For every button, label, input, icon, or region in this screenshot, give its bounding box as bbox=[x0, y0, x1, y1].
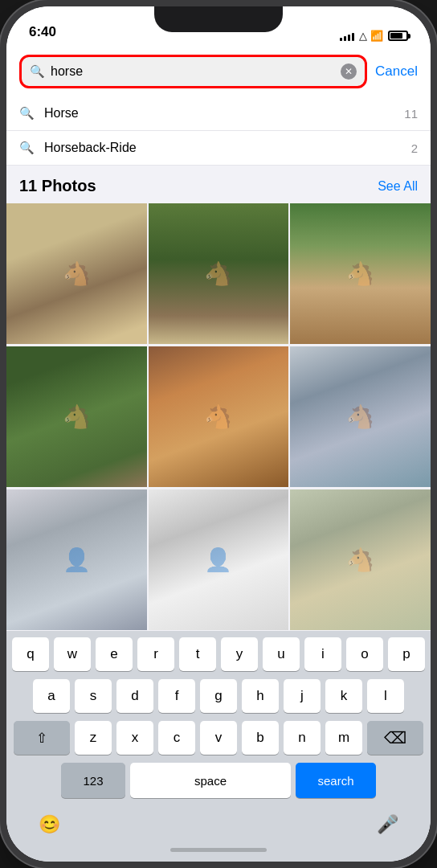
search-key[interactable]: search bbox=[296, 763, 376, 798]
key-n[interactable]: n bbox=[284, 721, 321, 755]
key-d[interactable]: d bbox=[116, 679, 153, 713]
key-a[interactable]: a bbox=[33, 679, 70, 713]
status-icons: △ 📶 bbox=[340, 30, 408, 42]
key-o[interactable]: o bbox=[346, 637, 383, 671]
suggestion-count-2: 2 bbox=[411, 141, 418, 155]
microphone-icon[interactable]: 🎤 bbox=[377, 814, 398, 835]
suggestions-list: 🔍 Horse 11 🔍 Horseback-Ride 2 bbox=[6, 96, 431, 166]
delete-key[interactable]: ⌫ bbox=[367, 721, 423, 755]
wifi-icon: △ 📶 bbox=[359, 30, 383, 42]
key-e[interactable]: e bbox=[96, 637, 133, 671]
keyboard-row-3: ⇧ z x c v b n m ⌫ bbox=[6, 721, 431, 755]
phone-screen: 6:40 △ 📶 🔍 horse ✕ Cancel bbox=[6, 6, 431, 862]
keyboard-row-2: a s d f g h j k l bbox=[6, 679, 431, 713]
key-t[interactable]: t bbox=[179, 637, 216, 671]
battery-icon bbox=[388, 31, 408, 41]
signal-bars-icon bbox=[340, 31, 354, 41]
suggestion-item-horse[interactable]: 🔍 Horse 11 bbox=[6, 96, 431, 131]
status-time: 6:40 bbox=[29, 24, 56, 42]
key-j[interactable]: j bbox=[284, 679, 321, 713]
key-x[interactable]: x bbox=[116, 721, 153, 755]
key-y[interactable]: y bbox=[221, 637, 258, 671]
key-b[interactable]: b bbox=[242, 721, 279, 755]
photos-header: 11 Photos See All bbox=[6, 166, 431, 203]
numbers-key[interactable]: 123 bbox=[61, 763, 125, 798]
clear-button[interactable]: ✕ bbox=[341, 63, 357, 80]
key-g[interactable]: g bbox=[200, 679, 237, 713]
key-m[interactable]: m bbox=[325, 721, 362, 755]
photo-cell-5[interactable] bbox=[149, 346, 289, 487]
key-u[interactable]: u bbox=[263, 637, 300, 671]
photo-cell-1[interactable] bbox=[6, 203, 147, 344]
key-p[interactable]: p bbox=[388, 637, 425, 671]
key-f[interactable]: f bbox=[158, 679, 195, 713]
search-input-wrapper[interactable]: 🔍 horse ✕ bbox=[19, 55, 367, 88]
search-input[interactable]: horse bbox=[51, 64, 335, 79]
keyboard-row-1: q w e r t y u i o p bbox=[6, 637, 431, 671]
key-k[interactable]: k bbox=[325, 679, 362, 713]
emoji-icon[interactable]: 😊 bbox=[39, 814, 60, 835]
phone-frame: 6:40 △ 📶 🔍 horse ✕ Cancel bbox=[0, 0, 437, 868]
photo-cell-2[interactable] bbox=[149, 203, 289, 344]
home-bar[interactable] bbox=[170, 848, 267, 852]
key-s[interactable]: s bbox=[75, 679, 112, 713]
key-c[interactable]: c bbox=[158, 721, 195, 755]
photos-section: 11 Photos See All bbox=[6, 166, 431, 631]
suggestion-count-1: 11 bbox=[404, 107, 418, 121]
suggestion-item-horseback[interactable]: 🔍 Horseback-Ride 2 bbox=[6, 131, 431, 166]
key-q[interactable]: q bbox=[12, 637, 49, 671]
suggestion-text-1: Horse bbox=[44, 106, 394, 121]
photo-cell-3[interactable] bbox=[290, 203, 431, 344]
space-key[interactable]: space bbox=[130, 763, 291, 798]
key-w[interactable]: w bbox=[54, 637, 91, 671]
home-indicator bbox=[6, 845, 431, 862]
keyboard-row-4: 123 space search bbox=[6, 763, 431, 798]
bottom-bar: 😊 🎤 bbox=[6, 809, 431, 845]
key-i[interactable]: i bbox=[304, 637, 341, 671]
key-h[interactable]: h bbox=[242, 679, 279, 713]
photo-grid bbox=[6, 203, 431, 631]
photo-cell-4[interactable] bbox=[6, 346, 147, 487]
key-z[interactable]: z bbox=[75, 721, 112, 755]
search-icon: 🔍 bbox=[30, 64, 45, 79]
suggestion-text-2: Horseback-Ride bbox=[44, 141, 402, 155]
notch bbox=[154, 6, 283, 32]
photo-cell-7[interactable] bbox=[6, 489, 147, 630]
photo-cell-6[interactable] bbox=[290, 346, 431, 487]
see-all-button[interactable]: See All bbox=[378, 179, 418, 194]
photos-title: 11 Photos bbox=[19, 177, 96, 195]
keyboard: q w e r t y u i o p a s d f g h j k bbox=[6, 631, 431, 809]
search-bar-container: 🔍 horse ✕ Cancel bbox=[6, 47, 431, 96]
suggestion-search-icon-1: 🔍 bbox=[19, 106, 35, 121]
photo-cell-8[interactable] bbox=[149, 489, 289, 630]
key-r[interactable]: r bbox=[137, 637, 174, 671]
cancel-button[interactable]: Cancel bbox=[375, 63, 418, 80]
photo-cell-9[interactable] bbox=[290, 489, 431, 630]
suggestion-search-icon-2: 🔍 bbox=[19, 141, 35, 155]
key-v[interactable]: v bbox=[200, 721, 237, 755]
key-l[interactable]: l bbox=[367, 679, 404, 713]
shift-key[interactable]: ⇧ bbox=[14, 721, 70, 755]
